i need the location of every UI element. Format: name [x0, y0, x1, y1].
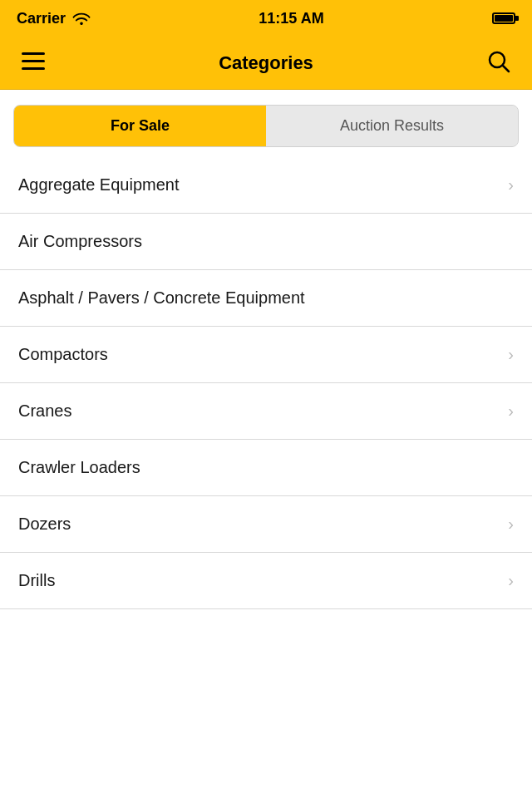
hamburger-button[interactable]	[18, 47, 48, 79]
svg-line-4	[503, 66, 509, 71]
battery-icon	[492, 12, 515, 24]
list-item[interactable]: Aggregate Equipment›	[0, 157, 532, 214]
wifi-icon	[72, 12, 91, 25]
list-item[interactable]: Asphalt / Pavers / Concrete Equipment	[0, 270, 532, 327]
segment-auction-results[interactable]: Auction Results	[266, 106, 518, 146]
svg-rect-2	[22, 67, 45, 70]
category-name: Asphalt / Pavers / Concrete Equipment	[18, 288, 305, 308]
segment-control: For Sale Auction Results	[13, 105, 519, 147]
category-name: Crawler Loaders	[18, 458, 140, 477]
status-time: 11:15 AM	[259, 10, 323, 27]
category-name: Aggregate Equipment	[18, 175, 179, 195]
nav-title: Categories	[219, 52, 313, 74]
chevron-right-icon: ›	[508, 401, 514, 421]
chevron-right-icon: ›	[508, 571, 514, 590]
list-item[interactable]: Crawler Loaders	[0, 440, 532, 496]
category-name: Air Compressors	[18, 232, 142, 251]
carrier-text: Carrier	[17, 10, 66, 27]
category-name: Drills	[18, 571, 55, 590]
chevron-right-icon: ›	[508, 345, 514, 364]
svg-rect-1	[22, 60, 45, 62]
status-carrier-wifi: Carrier	[17, 10, 91, 27]
segment-for-sale[interactable]: For Sale	[14, 106, 266, 146]
nav-bar: Categories	[0, 37, 532, 90]
search-button[interactable]	[484, 47, 514, 79]
list-item[interactable]: Compactors›	[0, 327, 532, 383]
category-name: Compactors	[18, 345, 108, 364]
list-item[interactable]: Dozers›	[0, 496, 532, 553]
status-battery	[492, 12, 515, 24]
category-name: Dozers	[18, 515, 71, 534]
list-item[interactable]: Drills›	[0, 553, 532, 609]
category-list: Aggregate Equipment›Air CompressorsAspha…	[0, 157, 532, 609]
chevron-right-icon: ›	[508, 515, 514, 534]
chevron-right-icon: ›	[508, 175, 514, 195]
svg-rect-0	[22, 52, 45, 55]
category-name: Cranes	[18, 401, 71, 421]
status-bar: Carrier 11:15 AM	[0, 0, 532, 37]
list-item[interactable]: Cranes›	[0, 383, 532, 440]
list-item[interactable]: Air Compressors	[0, 214, 532, 270]
